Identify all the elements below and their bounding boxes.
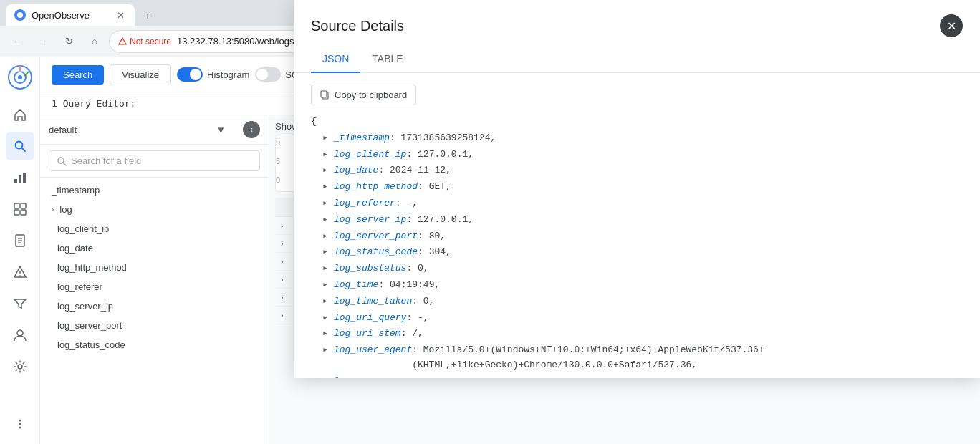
forward-button[interactable]: → xyxy=(32,30,54,53)
svg-point-32 xyxy=(19,423,21,425)
sidebar-item-charts[interactable] xyxy=(6,163,34,192)
field-item-log-referer[interactable]: log_referer xyxy=(40,277,269,296)
field-item-log-server-port[interactable]: log_server_port xyxy=(40,316,269,335)
sidebar-item-home[interactable] xyxy=(6,100,34,129)
sidebar-item-more[interactable] xyxy=(6,410,34,438)
field-item-timestamp[interactable]: _timestamp xyxy=(40,180,269,200)
copy-button-label: Copy to clipboard xyxy=(335,90,407,100)
field-name: log_http_method xyxy=(57,262,127,273)
field-search-container: Search for a field xyxy=(40,145,269,178)
svg-point-28 xyxy=(19,275,21,276)
tab-json[interactable]: JSON xyxy=(311,57,360,73)
field-name: log_client_ip xyxy=(57,223,109,234)
row-expand-button[interactable]: › xyxy=(281,275,284,284)
query-editor-label: 1 Query Editor: xyxy=(52,98,135,109)
tab-close-button[interactable]: ✕ xyxy=(115,9,126,21)
new-tab-button[interactable]: + xyxy=(138,6,158,26)
histogram-label: Histogram xyxy=(207,69,249,80)
svg-point-0 xyxy=(17,12,23,18)
field-item-log-status-code[interactable]: log_status_code xyxy=(40,335,269,354)
field-name: log xyxy=(59,204,72,215)
tab-favicon xyxy=(14,9,26,21)
y-label-5: 5 xyxy=(276,157,280,165)
json-key-log-time: log_time xyxy=(334,278,378,293)
chevron-icon: › xyxy=(52,206,54,213)
app-logo xyxy=(6,63,34,92)
visualize-button[interactable]: Visualize xyxy=(110,64,171,85)
copy-to-clipboard-button[interactable]: Copy to clipboard xyxy=(311,85,416,105)
field-name: log_server_ip xyxy=(57,301,113,312)
row-expand-button[interactable]: › xyxy=(281,293,284,301)
field-item-log[interactable]: › log xyxy=(40,200,269,219)
source-details-modal: Source Details ✕ JSON TABLE Copy to clip… xyxy=(294,57,980,378)
field-item-log-http-method[interactable]: log_http_method xyxy=(40,258,269,277)
row-expand-button[interactable]: › xyxy=(281,221,284,230)
home-button[interactable]: ⌂ xyxy=(83,30,106,53)
stream-selector: default ▼ ‹ xyxy=(40,115,269,145)
json-key-log-http-method: log_http_method xyxy=(334,180,418,195)
fields-panel: default ▼ ‹ Search for a field _times xyxy=(40,115,269,444)
field-item-log-server-ip[interactable]: log_server_ip xyxy=(40,296,269,316)
sidebar-item-alerts[interactable] xyxy=(6,258,34,286)
sidebar-item-reports[interactable] xyxy=(6,226,34,255)
field-item-log-date[interactable]: log_date xyxy=(40,238,269,258)
svg-rect-22 xyxy=(21,210,26,215)
row-expand-button[interactable]: › xyxy=(281,239,284,248)
row-expand-button[interactable]: › xyxy=(281,257,284,266)
y-label-9: 9 xyxy=(276,138,280,147)
search-button[interactable]: Search xyxy=(52,65,104,85)
json-key-log-status-code: log_status_code xyxy=(334,245,418,260)
histogram-toggle[interactable] xyxy=(177,67,203,82)
field-item-log-client-ip[interactable]: log_client_ip xyxy=(40,219,269,238)
json-content: { ▸ _timestamp: 1731385639258124, ▸ log_… xyxy=(311,114,963,378)
reload-button[interactable]: ↻ xyxy=(57,30,80,53)
row-expand-button[interactable]: › xyxy=(281,311,284,319)
sql-mode-toggle[interactable] xyxy=(255,67,281,82)
field-search-placeholder: Search for a field xyxy=(71,155,141,166)
sidebar-item-settings[interactable] xyxy=(6,352,34,381)
sidebar-item-filter[interactable] xyxy=(6,289,34,318)
back-button[interactable]: ← xyxy=(6,30,29,53)
sidebar xyxy=(0,57,40,444)
svg-point-33 xyxy=(19,427,21,429)
field-name: log_date xyxy=(57,243,93,254)
sidebar-item-search[interactable] xyxy=(6,132,34,160)
active-tab[interactable]: OpenObserve ✕ xyxy=(6,4,135,26)
svg-point-29 xyxy=(17,330,23,336)
field-name: log_referer xyxy=(57,281,102,292)
sql-mode-toggle-knob xyxy=(256,69,268,80)
json-key-log-date: log_date xyxy=(334,163,378,178)
chart-y-labels: 9 5 0 xyxy=(276,138,280,184)
sidebar-item-dashboard[interactable] xyxy=(6,195,34,223)
svg-point-34 xyxy=(58,158,64,163)
tab-table[interactable]: TABLE xyxy=(360,57,414,73)
stream-dropdown-button[interactable]: ▼ xyxy=(216,125,226,135)
y-label-0: 0 xyxy=(276,175,280,184)
field-search-icon xyxy=(57,156,67,166)
app-container: Search Visualize Histogram SQL Mode xyxy=(0,57,980,444)
stream-name: default xyxy=(49,125,211,135)
json-key-log-referer: log_referer xyxy=(334,196,395,211)
field-search-input[interactable]: Search for a field xyxy=(49,150,260,171)
fields-list: _timestamp › log log_client_ip log_date xyxy=(40,178,269,444)
json-key-log-uri-query: log_uri_query xyxy=(334,311,406,326)
collapse-fields-button[interactable]: ‹ xyxy=(243,121,260,138)
sidebar-item-users[interactable] xyxy=(6,321,34,349)
modal-tabs: JSON TABLE xyxy=(294,57,980,73)
modal-body: Copy to clipboard { ▸ _timestamp: 173138… xyxy=(294,73,980,378)
not-secure-indicator: ! Not secure xyxy=(118,37,171,47)
svg-line-15 xyxy=(21,148,25,152)
tab-title: OpenObserve xyxy=(32,10,90,21)
json-key-timestamp: _timestamp xyxy=(334,131,390,146)
svg-rect-37 xyxy=(321,91,327,97)
json-key-log-client-ip: log_client_ip xyxy=(334,148,406,163)
svg-point-11 xyxy=(18,75,22,79)
svg-point-31 xyxy=(19,420,21,422)
field-name: log_server_port xyxy=(57,320,122,331)
browser-window: OpenObserve ✕ + — ❐ ✕ ← → ↻ ⌂ ! Not secu… xyxy=(0,0,980,444)
svg-rect-16 xyxy=(14,179,17,183)
svg-rect-18 xyxy=(23,173,26,183)
histogram-toggle-container: Histogram xyxy=(177,67,249,82)
json-key-log-server-port: log_server_port xyxy=(334,229,418,244)
field-name: log_status_code xyxy=(57,339,125,350)
